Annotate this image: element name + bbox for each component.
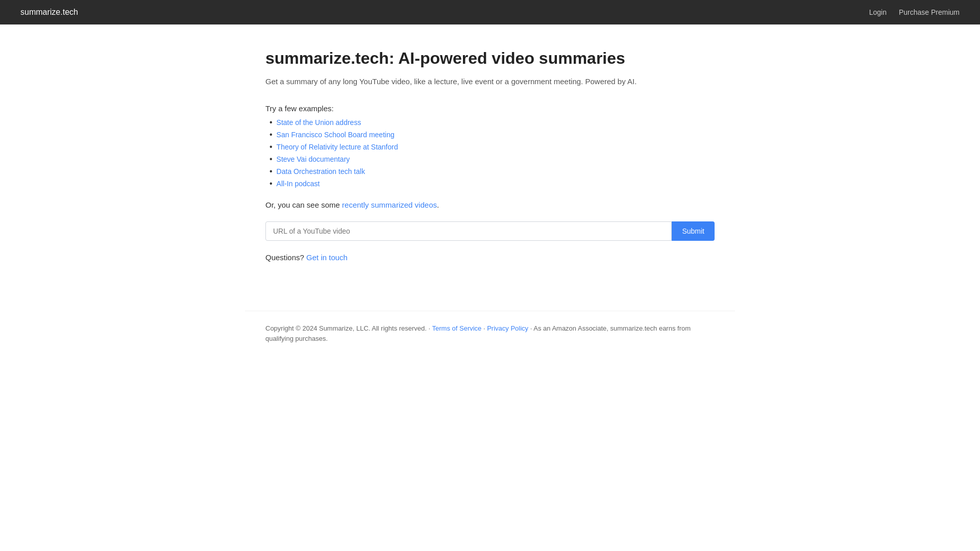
list-item: Data Orchestration tech talk xyxy=(270,167,715,176)
main-content: summarize.tech: AI-powered video summari… xyxy=(245,24,735,311)
list-item: Steve Vai documentary xyxy=(270,155,715,164)
example-link[interactable]: San Francisco School Board meeting xyxy=(277,131,395,139)
example-link[interactable]: All-In podcast xyxy=(277,180,320,188)
terms-of-service-link[interactable]: Terms of Service xyxy=(432,324,482,332)
login-link[interactable]: Login xyxy=(869,8,887,16)
header-nav: Login Purchase Premium xyxy=(869,8,960,16)
site-footer: Copyright © 2024 Summarize, LLC. All rig… xyxy=(245,311,735,357)
questions-prefix: Questions? xyxy=(265,253,306,262)
page-subtitle: Get a summary of any long YouTube video,… xyxy=(265,76,715,88)
recently-suffix: . xyxy=(437,201,439,209)
list-item: Theory of Relativity lecture at Stanford xyxy=(270,142,715,152)
footer-text: Copyright © 2024 Summarize, LLC. All rig… xyxy=(265,323,715,345)
examples-label: Try a few examples: xyxy=(265,104,715,113)
examples-list: State of the Union addressSan Francisco … xyxy=(265,118,715,188)
footer-copyright: Copyright © 2024 Summarize, LLC. All rig… xyxy=(265,324,432,332)
example-link[interactable]: Steve Vai documentary xyxy=(277,155,350,163)
get-in-touch-link[interactable]: Get in touch xyxy=(306,253,348,262)
page-title: summarize.tech: AI-powered video summari… xyxy=(265,49,715,68)
footer-separator1: · xyxy=(481,324,487,332)
purchase-premium-link[interactable]: Purchase Premium xyxy=(899,8,960,16)
url-input[interactable] xyxy=(265,221,672,241)
privacy-policy-link[interactable]: Privacy Policy xyxy=(487,324,528,332)
recently-summarized-text: Or, you can see some recently summarized… xyxy=(265,201,715,209)
recently-prefix: Or, you can see some xyxy=(265,201,342,209)
recently-summarized-link[interactable]: recently summarized videos xyxy=(342,201,437,209)
example-link[interactable]: Theory of Relativity lecture at Stanford xyxy=(277,143,398,151)
search-form: Submit xyxy=(265,221,715,241)
site-header: summarize.tech Login Purchase Premium xyxy=(0,0,980,24)
submit-button[interactable]: Submit xyxy=(672,221,715,241)
example-link[interactable]: Data Orchestration tech talk xyxy=(277,167,365,176)
list-item: San Francisco School Board meeting xyxy=(270,130,715,139)
list-item: All-In podcast xyxy=(270,179,715,188)
questions-row: Questions? Get in touch xyxy=(265,253,715,262)
example-link[interactable]: State of the Union address xyxy=(277,118,361,127)
list-item: State of the Union address xyxy=(270,118,715,127)
site-logo[interactable]: summarize.tech xyxy=(20,8,78,17)
